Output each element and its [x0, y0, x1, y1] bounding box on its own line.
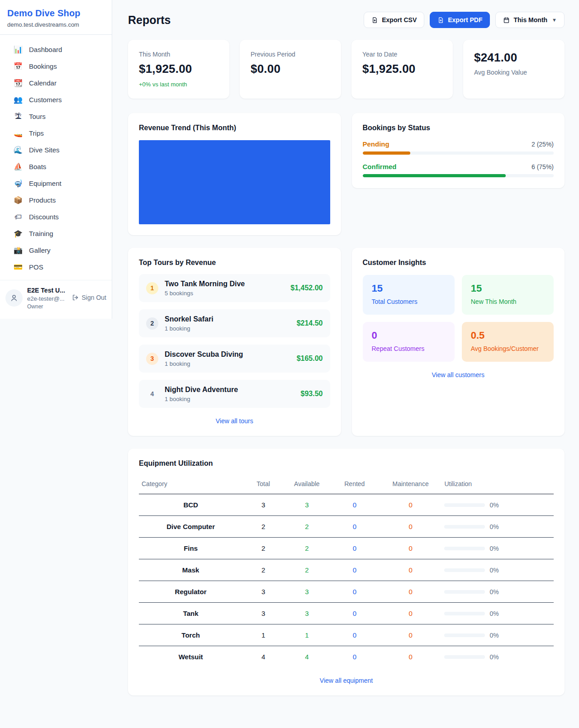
utilization-percent: 0%: [489, 545, 498, 552]
tile-label: Repeat Customers: [372, 345, 446, 352]
sidebar-item-customers[interactable]: 👥 Customers: [0, 91, 112, 108]
user-email: e2e-tester@...: [27, 295, 67, 302]
stat-card-year-to-date: Year to Date $1,925.00: [351, 40, 453, 99]
sailboat-icon: ⛵: [14, 163, 23, 170]
cell-rented: 0: [330, 603, 380, 624]
cell-rented: 0: [330, 624, 380, 646]
progress-fill: [363, 174, 506, 177]
tour-bookings: 1 booking: [165, 325, 290, 332]
sidebar-item-gallery[interactable]: 📸 Gallery: [0, 242, 112, 259]
table-row: Wetsuit 4 4 0 0 0%: [139, 646, 554, 668]
cell-maintenance: 0: [380, 603, 442, 624]
sidebar-item-label: Discounts: [29, 213, 59, 221]
cell-available: 3: [284, 603, 330, 624]
cell-maintenance: 0: [380, 646, 442, 668]
sidebar-item-discounts[interactable]: 🏷 Discounts: [0, 208, 112, 225]
sidebar-item-label: Training: [29, 230, 53, 237]
avatar: [5, 289, 23, 307]
tile-value: 15: [471, 283, 545, 294]
sidebar-item-dive-sites[interactable]: 🌊 Dive Sites: [0, 142, 112, 158]
calendar-icon: [503, 17, 510, 24]
tour-amount: $214.50: [297, 319, 323, 327]
insights-row: Top Tours by Revenue 1 Two Tank Morning …: [128, 248, 565, 436]
stat-delta: +0% vs last month: [139, 81, 218, 88]
sidebar-item-dashboard[interactable]: 📊 Dashboard: [0, 41, 112, 58]
chevron-down-icon: ▼: [552, 17, 557, 23]
cell-category: Dive Computer: [139, 516, 242, 538]
sidebar-item-label: Dive Sites: [29, 146, 60, 154]
tour-bookings: 5 bookings: [165, 290, 284, 297]
cell-total: 3: [242, 581, 284, 603]
tile-label: Total Customers: [372, 298, 446, 305]
sidebar-item-boats[interactable]: ⛵ Boats: [0, 158, 112, 175]
sidebar-item-bookings[interactable]: 📅 Bookings: [0, 58, 112, 75]
utilization-bar: [444, 547, 485, 550]
insight-tile-new-this-month: 15 New This Month: [462, 275, 554, 315]
graduation-cap-icon: 🎓: [14, 230, 23, 237]
sidebar-item-products[interactable]: 📦 Products: [0, 192, 112, 208]
stat-value: $0.00: [251, 62, 330, 76]
tour-amount: $165.00: [297, 355, 323, 363]
status-label: Confirmed: [363, 163, 397, 170]
main-content: Reports Export CSV Export PDF This Month: [112, 0, 579, 716]
column-header-maintenance: Maintenance: [380, 477, 442, 494]
insight-tile-avg-bookings: 0.5 Avg Bookings/Customer: [462, 322, 554, 362]
shop-domain: demo.test.divestreams.com: [7, 21, 104, 28]
sidebar-item-tours[interactable]: 🏝 Tours: [0, 108, 112, 125]
stats-row: This Month $1,925.00 +0% vs last month P…: [128, 40, 565, 99]
cell-category: BCD: [139, 494, 242, 516]
column-header-category: Category: [139, 477, 242, 494]
view-all-customers-link[interactable]: View all customers: [432, 371, 484, 378]
cell-maintenance: 0: [380, 559, 442, 581]
cell-available: 2: [284, 538, 330, 559]
stat-value: $1,925.00: [139, 62, 218, 76]
cell-available: 3: [284, 581, 330, 603]
cell-category: Fins: [139, 538, 242, 559]
sidebar-item-pos[interactable]: 💳 POS: [0, 259, 112, 275]
shop-name: Demo Dive Shop: [7, 8, 104, 19]
customer-insights-card: Customer Insights 15 Total Customers 15 …: [352, 248, 565, 436]
sign-out-icon: [72, 294, 79, 301]
tile-label: Avg Bookings/Customer: [471, 345, 545, 352]
column-header-total: Total: [242, 477, 284, 494]
sidebar-item-calendar[interactable]: 📆 Calendar: [0, 75, 112, 91]
stat-card-previous-period: Previous Period $0.00: [240, 40, 341, 99]
view-all-equipment-link[interactable]: View all equipment: [320, 677, 373, 684]
cell-rented: 0: [330, 494, 380, 516]
cell-maintenance: 0: [380, 624, 442, 646]
utilization-bar: [444, 612, 485, 615]
utilization-bar: [444, 633, 485, 637]
sign-out-button[interactable]: Sign Out: [72, 294, 106, 301]
user-section: E2E Test U... e2e-tester@... Owner Sign …: [0, 280, 112, 319]
sidebar-item-label: Calendar: [29, 79, 57, 87]
period-selector[interactable]: This Month ▼: [495, 12, 565, 28]
cell-total: 2: [242, 516, 284, 538]
stat-value: $1,925.00: [362, 62, 442, 76]
bookings-by-status-title: Bookings by Status: [363, 124, 554, 132]
cell-maintenance: 0: [380, 516, 442, 538]
cell-maintenance: 0: [380, 538, 442, 559]
customers-icon: 👥: [14, 96, 23, 104]
export-pdf-button[interactable]: Export PDF: [430, 12, 490, 28]
stat-label: This Month: [139, 51, 218, 58]
sidebar-item-trips[interactable]: 🚤 Trips: [0, 125, 112, 142]
tour-list-item: 4 Night Dive Adventure 1 booking $93.50: [139, 380, 330, 408]
tour-name: Snorkel Safari: [165, 315, 290, 323]
file-download-icon: [437, 17, 444, 24]
table-row: Mask 2 2 0 0 0%: [139, 559, 554, 581]
insight-tile-total-customers: 15 Total Customers: [363, 275, 455, 315]
export-csv-button[interactable]: Export CSV: [364, 12, 424, 28]
cell-category: Mask: [139, 559, 242, 581]
tour-amount: $1,452.00: [290, 284, 323, 292]
sidebar-item-equipment[interactable]: 🤿 Equipment: [0, 175, 112, 192]
equipment-utilization-title: Equipment Utilization: [139, 459, 554, 468]
sidebar-item-training[interactable]: 🎓 Training: [0, 225, 112, 242]
revenue-trend-chart: [139, 140, 330, 224]
sidebar-item-label: Gallery: [29, 246, 51, 254]
tile-value: 15: [372, 283, 446, 294]
table-row: Tank 3 3 0 0 0%: [139, 603, 554, 624]
equipment-table: Category Total Available Rented Maintena…: [139, 477, 554, 667]
utilization-bar: [444, 525, 485, 529]
view-all-tours-link[interactable]: View all tours: [216, 417, 253, 425]
utilization-percent: 0%: [489, 567, 498, 574]
